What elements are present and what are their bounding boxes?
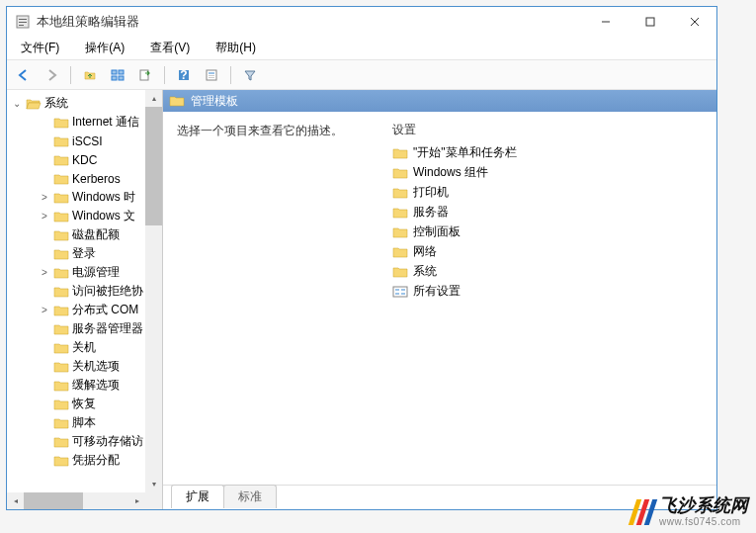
tree-item[interactable]: 可移动存储访: [7, 432, 162, 451]
menu-help[interactable]: 帮助(H): [210, 38, 262, 58]
tree-item[interactable]: 访问被拒绝协: [7, 282, 162, 301]
expand-icon[interactable]: >: [39, 267, 50, 278]
tree-item[interactable]: 服务器管理器: [7, 319, 162, 338]
folder-icon: [392, 186, 408, 200]
settings-item[interactable]: 网络: [392, 243, 703, 260]
settings-item-label: Windows 组件: [413, 164, 488, 181]
settings-item[interactable]: Windows 组件: [392, 164, 703, 181]
tree-item[interactable]: >Windows 文: [7, 207, 162, 225]
settings-item[interactable]: 所有设置: [392, 283, 703, 300]
scroll-thumb[interactable]: [145, 107, 162, 225]
toolbar-separator: [230, 66, 231, 84]
expand-icon[interactable]: >: [39, 305, 50, 315]
menu-view[interactable]: 查看(V): [144, 38, 196, 58]
tree-item[interactable]: Internet 通信: [7, 113, 162, 132]
settings-column-header: 设置: [392, 122, 703, 138]
svg-rect-20: [395, 289, 399, 291]
folder-icon: [169, 94, 185, 108]
filter-button[interactable]: [239, 64, 261, 86]
maximize-button[interactable]: [628, 7, 672, 37]
tree-item[interactable]: 关机选项: [7, 357, 162, 376]
folder-icon: [392, 245, 408, 259]
folder-icon: [53, 116, 69, 130]
folder-icon: [53, 210, 69, 223]
settings-item[interactable]: 服务器: [392, 204, 703, 221]
tree-item[interactable]: 脚本: [7, 413, 162, 432]
tree-item-label: 访问被拒绝协: [72, 283, 143, 300]
tree-item[interactable]: 凭据分配: [7, 451, 162, 470]
svg-rect-5: [646, 18, 654, 26]
toolbar-separator: [70, 66, 71, 84]
svg-text:?: ?: [180, 68, 187, 82]
window-title: 本地组策略编辑器: [37, 13, 583, 31]
minimize-button[interactable]: [583, 7, 628, 37]
tree-item-label: 凭据分配: [72, 452, 120, 469]
svg-rect-23: [401, 293, 405, 295]
tab-standard[interactable]: 标准: [223, 485, 277, 508]
tree-item[interactable]: iSCSI: [7, 132, 162, 150]
close-button[interactable]: [672, 7, 716, 37]
export-button[interactable]: [134, 64, 156, 86]
tree-item-label: Windows 文: [72, 208, 135, 224]
settings-item[interactable]: "开始"菜单和任务栏: [392, 144, 703, 161]
up-button[interactable]: [79, 64, 101, 86]
tree-item-label: 关机: [72, 339, 96, 356]
settings-item[interactable]: 系统: [392, 263, 703, 280]
content-header: 管理模板: [163, 90, 716, 112]
help-button[interactable]: ?: [173, 64, 195, 86]
watermark: 飞沙系统网 www.fs0745.com: [632, 496, 748, 527]
tree-item-label: 登录: [72, 245, 96, 262]
tree-item[interactable]: Kerberos: [7, 169, 162, 188]
scroll-up-button[interactable]: ▴: [145, 90, 162, 107]
scroll-right-button[interactable]: ▸: [128, 492, 145, 509]
scroll-down-button[interactable]: ▾: [145, 476, 162, 492]
tree-item-label: iSCSI: [72, 134, 103, 148]
tree-item[interactable]: >分布式 COM: [7, 301, 162, 319]
forward-button[interactable]: [41, 64, 62, 86]
svg-rect-18: [209, 77, 214, 78]
tab-extended[interactable]: 扩展: [171, 485, 224, 508]
folder-icon: [53, 304, 69, 317]
titlebar: 本地组策略编辑器: [7, 7, 716, 37]
view-list-button[interactable]: [107, 64, 128, 86]
tree-item-label: 服务器管理器: [72, 320, 143, 337]
settings-item[interactable]: 控制面板: [392, 223, 703, 240]
tree-item[interactable]: >电源管理: [7, 263, 162, 282]
folder-icon: [53, 228, 69, 242]
scroll-track[interactable]: [145, 225, 162, 476]
tree-item[interactable]: 缓解选项: [7, 376, 162, 395]
scroll-thumb[interactable]: [24, 492, 83, 509]
tree-root[interactable]: ⌄ 系统: [7, 94, 162, 113]
folder-icon: [53, 266, 69, 280]
collapse-icon[interactable]: ⌄: [11, 98, 23, 109]
settings-item-label: "开始"菜单和任务栏: [413, 144, 517, 161]
tree-scrollbar-vertical[interactable]: ▴ ▾: [145, 90, 162, 492]
tree-item[interactable]: 关机: [7, 338, 162, 357]
expand-icon[interactable]: >: [39, 192, 50, 203]
tree-item[interactable]: >Windows 时: [7, 188, 162, 207]
svg-rect-8: [112, 70, 117, 74]
properties-button[interactable]: [201, 64, 222, 86]
tree-item[interactable]: KDC: [7, 150, 162, 169]
svg-rect-17: [209, 75, 214, 76]
tree-item[interactable]: 登录: [7, 244, 162, 263]
toolbar-separator: [164, 66, 165, 84]
svg-rect-11: [119, 76, 124, 80]
app-icon: [15, 14, 31, 30]
settings-item[interactable]: 打印机: [392, 184, 703, 201]
tree-item-label: Windows 时: [72, 189, 135, 206]
scroll-track[interactable]: [83, 492, 128, 509]
folder-icon: [53, 285, 69, 299]
menu-file[interactable]: 文件(F): [15, 38, 65, 58]
tree-item[interactable]: 磁盘配额: [7, 225, 162, 244]
menu-action[interactable]: 操作(A): [79, 38, 130, 58]
description-text: 选择一个项目来查看它的描述。: [177, 122, 365, 476]
tree-item[interactable]: 恢复: [7, 395, 162, 413]
scroll-left-button[interactable]: ◂: [7, 492, 24, 509]
tree-scrollbar-horizontal[interactable]: ◂ ▸: [7, 492, 145, 509]
folder-open-icon: [26, 97, 42, 111]
folder-icon: [53, 398, 69, 411]
folder-icon: [392, 166, 408, 180]
back-button[interactable]: [13, 64, 35, 86]
expand-icon[interactable]: >: [39, 211, 50, 222]
